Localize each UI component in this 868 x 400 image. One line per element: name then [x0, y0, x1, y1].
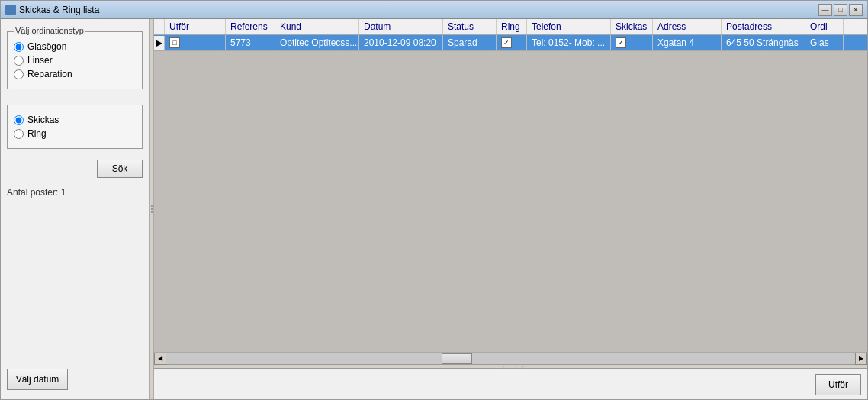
th-ring: Ring	[497, 19, 527, 34]
table-header: Utför Referens Kund Datum Status Ring Te…	[154, 19, 867, 35]
td-postadress: 645 50 Strängnäs	[722, 35, 805, 50]
th-adress: Adress	[653, 19, 722, 34]
td-adress: Xgatan 4	[653, 35, 722, 50]
valj-datum-button[interactable]: Välj datum	[7, 369, 68, 390]
send-type-group: Skickas Ring	[7, 105, 143, 149]
th-telefon: Telefon	[527, 19, 611, 34]
table-area: Utför Referens Kund Datum Status Ring Te…	[154, 19, 867, 369]
ring-label: Ring	[27, 128, 47, 139]
td-kund: Optitec Optitecss...	[275, 35, 359, 50]
window-body: Välj ordinationstyp Glasögon Linser Repa…	[1, 19, 867, 399]
title-bar: Skickas & Ring lista — □ ✕	[1, 1, 867, 19]
th-datum: Datum	[359, 19, 443, 34]
linser-label: Linser	[27, 55, 53, 66]
td-ring: ✓	[497, 35, 527, 50]
table-row[interactable]: ▶ □ 5773 Optitec Optitecss... 2010-12-09…	[154, 35, 867, 51]
scroll-left-button[interactable]: ◀	[154, 353, 166, 365]
th-postadress: Postadress	[722, 19, 805, 34]
window-icon	[5, 5, 16, 15]
td-referens: 5773	[226, 35, 275, 50]
td-skickas: ✓	[611, 35, 653, 50]
th-utfor: Utför	[165, 19, 226, 34]
utfor-checkbox[interactable]: □	[169, 37, 180, 48]
reparation-label: Reparation	[27, 69, 72, 79]
glasogon-label: Glasögon	[27, 41, 66, 52]
th-ordi: Ordi	[805, 19, 844, 34]
radio-glasogon[interactable]: Glasögon	[14, 41, 136, 52]
table-content[interactable]: ▶ □ 5773 Optitec Optitecss... 2010-12-09…	[154, 35, 867, 352]
row-arrow-indicator: ▶	[154, 36, 165, 50]
scroll-track[interactable]	[166, 353, 855, 364]
main-window: Skickas & Ring lista — □ ✕ Välj ordinati…	[0, 0, 868, 400]
td-datum: 2010-12-09 08:20	[359, 35, 443, 50]
right-panel: Utför Referens Kund Datum Status Ring Te…	[154, 19, 867, 399]
td-telefon: Tel: 0152- Mob: ...	[527, 35, 611, 50]
minimize-button[interactable]: —	[818, 4, 832, 16]
close-button[interactable]: ✕	[849, 4, 863, 16]
th-status: Status	[443, 19, 497, 34]
window-title: Skickas & Ring lista	[19, 5, 99, 15]
th-arrow-spacer	[154, 19, 165, 34]
bottom-bar: Utför	[154, 369, 867, 399]
antal-poster: Antal poster: 1	[7, 187, 143, 198]
td-ordi: Glas	[805, 35, 844, 50]
radio-reparation[interactable]: Reparation	[14, 69, 136, 79]
group-label: Välj ordinationstyp	[14, 26, 85, 35]
horizontal-scrollbar[interactable]: ◀ ▶	[154, 352, 867, 364]
left-panel: Välj ordinationstyp Glasögon Linser Repa…	[1, 19, 149, 399]
maximize-button[interactable]: □	[834, 4, 847, 16]
scroll-thumb[interactable]	[442, 353, 472, 364]
ordinations-type-group: Välj ordinationstyp Glasögon Linser Repa…	[7, 31, 143, 89]
scroll-right-button[interactable]: ▶	[855, 353, 867, 365]
ring-checkbox[interactable]: ✓	[501, 37, 512, 48]
radio-ring[interactable]: Ring	[14, 128, 136, 139]
radio-linser[interactable]: Linser	[14, 55, 136, 66]
td-utfor: □	[165, 35, 226, 50]
utfor-button[interactable]: Utför	[815, 374, 861, 395]
th-kund: Kund	[275, 19, 359, 34]
th-skickas: Skickas	[611, 19, 653, 34]
skickas-label: Skickas	[27, 115, 59, 125]
radio-skickas[interactable]: Skickas	[14, 115, 136, 125]
th-referens: Referens	[226, 19, 275, 34]
search-button[interactable]: Sök	[97, 160, 143, 178]
skickas-checkbox[interactable]: ✓	[616, 37, 626, 48]
td-status: Sparad	[443, 35, 497, 50]
